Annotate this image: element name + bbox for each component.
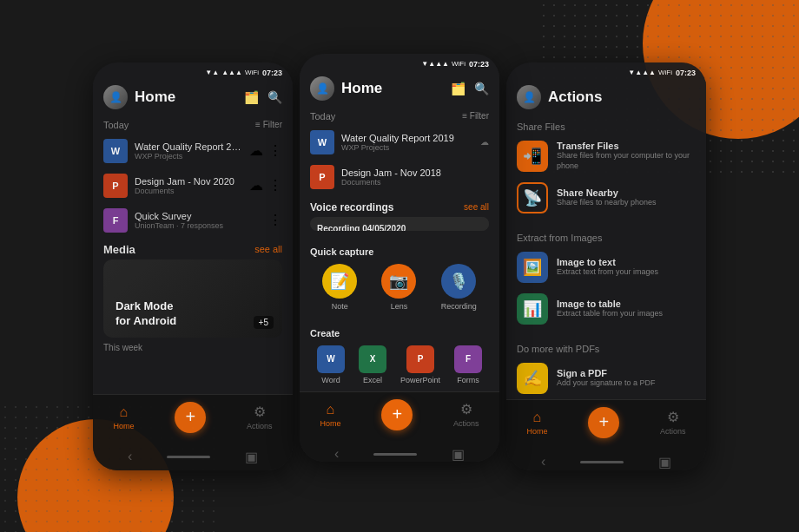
file-item-0-middle[interactable]: W Water Quality Report 2019 WXP Projects…: [300, 125, 499, 160]
file-name-0-left: Water Quality Report 2021: [135, 141, 242, 152]
action-info-transfer-right: Transfer Files Share files from your com…: [557, 141, 696, 171]
file-item-1-middle[interactable]: P Design Jam - Nov 2018 Documents: [300, 160, 499, 194]
back-arrow-left[interactable]: ‹: [128, 449, 132, 464]
back-arrow-middle[interactable]: ‹: [334, 446, 339, 462]
file-sub-1-left: Documents: [135, 187, 242, 195]
action-image-text-right[interactable]: 🖼️ Image to text Extract text from your …: [506, 246, 706, 288]
action-transfer-right[interactable]: 📲 Transfer Files Share files from your c…: [506, 135, 706, 177]
ppt-label-middle: PowerPoint: [400, 376, 440, 384]
gesture-bar-right: ‹ ▣: [506, 450, 706, 470]
voice-recordings-label-middle: Voice recordings: [310, 201, 393, 213]
img-text-desc-right: Extract text from your images: [557, 267, 696, 278]
create-ppt-middle[interactable]: P PowerPoint: [400, 345, 440, 384]
extract-label-right: Extract from Images: [506, 226, 706, 246]
action-sign-pdf-right[interactable]: ✍️ Sign a PDF Add your signature to a PD…: [506, 358, 706, 399]
app-header-middle: 👤 Home 🗂️ 🔍: [300, 71, 499, 106]
file-sub-2-left: UnionTeam · 7 responses: [135, 221, 261, 230]
search-icon-middle[interactable]: 🔍: [474, 82, 489, 95]
excel-label-middle: Excel: [363, 376, 382, 384]
media-text-overlay-left: Dark Mode for Android: [116, 299, 176, 329]
capture-lens-middle[interactable]: 📷 Lens: [381, 264, 416, 311]
capture-note-middle[interactable]: 📝 Note: [322, 264, 357, 311]
action-info-sign-pdf-right: Sign a PDF Add your signature to a PDF: [557, 368, 696, 389]
nav-actions-middle[interactable]: ⚙ Actions: [453, 401, 479, 428]
status-icons-right: ▼▲▲▲ WiFi: [628, 69, 672, 76]
recent-apps-middle[interactable]: ▣: [452, 446, 465, 462]
forms-icon-middle: F: [454, 345, 482, 373]
nav-fab-right[interactable]: +: [588, 407, 619, 438]
create-forms-middle[interactable]: F Forms: [454, 345, 482, 384]
media-preview-left[interactable]: Dark Mode for Android +5: [103, 259, 282, 338]
share-nearby-name-right: Share Nearby: [557, 187, 696, 198]
recording-title-middle: Recording 04/05/2020: [317, 224, 482, 231]
more-icon-2-left[interactable]: ⋮: [268, 212, 282, 228]
recording-label-middle: Recording: [441, 302, 477, 311]
create-excel-middle[interactable]: X Excel: [359, 345, 386, 384]
nav-fab-middle[interactable]: +: [381, 399, 413, 430]
capture-recording-middle[interactable]: 🎙️ Recording: [441, 264, 477, 311]
status-bar-left: ▼▲ ▲▲▲ WiFi 07:23: [93, 62, 293, 80]
phone-right: ▼▲▲▲ WiFi 07:23 👤 Actions Share Files 📲 …: [506, 62, 706, 470]
note-icon-middle: 📝: [322, 264, 357, 299]
create-label-middle: Create: [300, 325, 499, 342]
time-left: 07:23: [262, 69, 282, 77]
file-item-2-left[interactable]: F Quick Survey UnionTeam · 7 responses ⋮: [93, 203, 293, 238]
actions-label-right: Actions: [660, 427, 686, 436]
create-word-middle[interactable]: W Word: [317, 345, 345, 384]
phone-middle: ▼▲▲▲ WiFi 07:23 👤 Home 🗂️ 🔍 Today ≡ Filt…: [300, 54, 499, 462]
nav-home-middle[interactable]: ⌂ Home: [320, 402, 340, 428]
see-all-voice-middle[interactable]: see all: [464, 202, 489, 212]
more-icon-0-left[interactable]: ⋮: [268, 142, 282, 159]
filter-button-left[interactable]: ≡ Filter: [255, 120, 282, 129]
status-bar-right: ▼▲▲▲ WiFi 07:23: [506, 62, 706, 80]
file-item-0-left[interactable]: W Water Quality Report 2021 WXP Projects…: [93, 134, 293, 168]
actions-icon-middle: ⚙: [460, 401, 472, 417]
page-title-middle: Home: [341, 80, 451, 97]
pdf-label-right: Do more with PDFs: [506, 337, 706, 358]
sign-pdf-icon-right: ✍️: [517, 363, 548, 394]
back-arrow-right[interactable]: ‹: [541, 454, 545, 470]
recording-card-middle[interactable]: Recording 04/05/2020 Just now · OneDrive…: [310, 217, 489, 231]
home-indicator-left: [167, 456, 210, 458]
action-image-table-right[interactable]: 📊 Image to table Extract table from your…: [506, 288, 706, 330]
recent-apps-right[interactable]: ▣: [658, 454, 671, 470]
more-icon-1-left[interactable]: ⋮: [268, 177, 282, 194]
home-indicator-right: [580, 461, 624, 463]
nav-fab-left[interactable]: +: [175, 402, 206, 433]
lens-label-middle: Lens: [391, 302, 408, 311]
recent-apps-left[interactable]: ▣: [245, 449, 258, 465]
share-nearby-icon-right: 📡: [517, 182, 548, 213]
nav-actions-left[interactable]: ⚙ Actions: [247, 404, 273, 430]
file-item-1-left[interactable]: P Design Jam - Nov 2020 Documents ☁ ⋮: [93, 168, 293, 203]
image-table-icon-right: 📊: [517, 293, 548, 325]
folder-icon-left[interactable]: 🗂️: [244, 90, 259, 104]
folder-icon-middle[interactable]: 🗂️: [451, 82, 466, 95]
home-icon-left: ⌂: [120, 404, 129, 420]
action-share-nearby-right[interactable]: 📡 Share Nearby Share files to nearby pho…: [506, 177, 706, 219]
today-section-left: Today ≡ Filter: [93, 115, 293, 134]
nav-actions-right[interactable]: ⚙ Actions: [660, 409, 686, 436]
file-info-0-middle: Water Quality Report 2019 WXP Projects: [341, 133, 473, 152]
filter-button-middle[interactable]: ≡ Filter: [462, 111, 489, 121]
cloud-icon-0-left: ☁: [249, 142, 263, 159]
phone-left: ▼▲ ▲▲▲ WiFi 07:23 👤 Home 🗂️ 🔍 Today ≡ Fi…: [93, 62, 293, 470]
actions-icon-right: ⚙: [667, 409, 679, 425]
file-icon-word-left: W: [103, 139, 128, 163]
file-info-0-left: Water Quality Report 2021 WXP Projects: [135, 141, 242, 161]
forms-label-middle: Forms: [457, 376, 479, 384]
recording-fade-middle: [463, 217, 489, 231]
page-title-right: Actions: [548, 89, 696, 106]
img-table-name-right: Image to table: [557, 299, 696, 309]
nav-home-right[interactable]: ⌂ Home: [526, 410, 547, 436]
see-all-media-left[interactable]: see all: [254, 244, 282, 254]
search-icon-left[interactable]: 🔍: [267, 90, 282, 104]
gesture-bar-left: ‹ ▣: [93, 445, 293, 470]
nav-home-left[interactable]: ⌂ Home: [113, 404, 134, 430]
file-actions-1-left: ☁ ⋮: [249, 177, 282, 194]
file-icon-word-middle: W: [310, 130, 334, 154]
file-name-1-middle: Design Jam - Nov 2018: [341, 167, 489, 178]
word-label-middle: Word: [321, 376, 340, 384]
home-indicator-middle: [373, 453, 417, 456]
app-header-left: 👤 Home 🗂️ 🔍: [93, 80, 293, 115]
page-title-left: Home: [135, 89, 244, 106]
